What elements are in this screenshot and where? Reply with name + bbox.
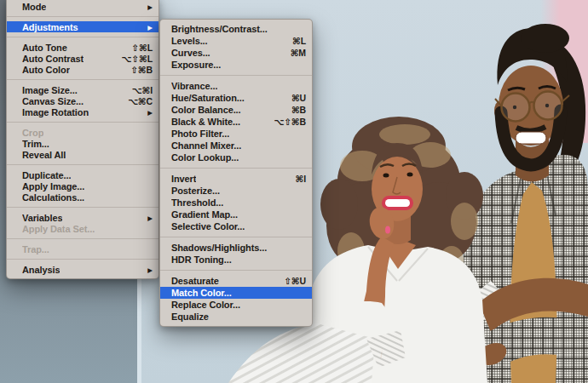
menu-item-brightness-contrast[interactable]: Brightness/Contrast... (160, 23, 312, 35)
menu-item-label: Color Balance... (171, 105, 241, 115)
menu-item-label: Gradient Map... (171, 209, 238, 220)
menu-item-shortcut: ⌘I (296, 174, 306, 184)
menu-item-threshold[interactable]: Threshold... (160, 197, 312, 209)
menu-item-hdr-toning[interactable]: HDR Toning... (160, 254, 312, 266)
menu-item-label: Auto Color (22, 65, 70, 75)
menu-item-label: Selective Color... (171, 221, 245, 232)
menu-separator (7, 207, 159, 208)
menu-separator (7, 259, 159, 260)
menu-item-match-color[interactable]: Match Color... (160, 287, 312, 299)
menu-separator (7, 164, 159, 165)
adjustments-submenu-panel: Brightness/Contrast...Levels...⌘LCurves.… (159, 19, 313, 327)
menu-item-mode[interactable]: Mode▶ (7, 1, 159, 12)
menu-separator (160, 168, 312, 169)
menu-item-apply-image[interactable]: Apply Image... (7, 180, 159, 192)
menu-item-label: Exposure... (171, 60, 221, 70)
menu-item-exposure[interactable]: Exposure... (160, 59, 312, 71)
menu-item-auto-tone[interactable]: Auto Tone⇧⌘L (7, 42, 159, 53)
submenu-arrow-icon: ▶ (147, 109, 153, 116)
menu-item-label: Equalize (171, 312, 209, 322)
menu-item-curves[interactable]: Curves...⌘M (160, 47, 312, 59)
menu-separator (160, 237, 312, 237)
menu-item-shortcut: ⇧⌘L (131, 43, 153, 53)
menu-item-auto-color[interactable]: Auto Color⇧⌘B (7, 64, 159, 75)
menu-item-label: Apply Image... (22, 181, 84, 192)
menu-item-duplicate[interactable]: Duplicate... (7, 169, 159, 180)
menu-item-canvas-size[interactable]: Canvas Size...⌥⌘C (7, 95, 159, 106)
menu-item-levels[interactable]: Levels...⌘L (160, 35, 312, 47)
menu-item-invert[interactable]: Invert⌘I (160, 173, 312, 185)
menu-item-vibrance[interactable]: Vibrance... (160, 80, 312, 92)
menu-item-label: Desaturate (171, 276, 219, 286)
menu-item-crop: Crop (7, 127, 159, 138)
menu-item-desaturate[interactable]: Desaturate⇧⌘U (160, 275, 312, 287)
menu-item-label: Trim... (22, 139, 49, 149)
menu-item-label: Vibrance... (171, 81, 217, 91)
menu-item-shortcut: ⌘B (291, 105, 306, 115)
menu-item-color-lookup[interactable]: Color Lookup... (160, 151, 312, 163)
menu-item-label: Auto Contrast (22, 54, 84, 64)
menu-item-channel-mixer[interactable]: Channel Mixer... (160, 140, 312, 151)
menu-item-hue-saturation[interactable]: Hue/Saturation...⌘U (160, 92, 312, 104)
menu-item-label: HDR Toning... (171, 254, 232, 265)
menu-item-label: Channel Mixer... (171, 140, 241, 151)
menu-item-apply-data-set: Apply Data Set... (7, 223, 159, 234)
menu-item-label: Color Lookup... (171, 152, 239, 163)
menu-item-shortcut: ⇧⌘B (130, 65, 153, 75)
menu-item-label: Auto Tone (22, 43, 67, 53)
menu-item-shortcut: ⌥⇧⌘B (274, 117, 306, 127)
menu-item-label: Invert (171, 174, 196, 184)
menu-separator (7, 122, 159, 123)
submenu-arrow-icon: ▶ (147, 3, 153, 10)
menu-item-label: Levels... (171, 36, 208, 46)
menu-item-replace-color[interactable]: Replace Color... (160, 299, 312, 311)
menu-item-label: Adjustments (22, 22, 78, 32)
menu-item-color-balance[interactable]: Color Balance...⌘B (160, 104, 312, 116)
menu-item-photo-filter[interactable]: Photo Filter... (160, 128, 312, 140)
menu-item-label: Black & White... (171, 117, 240, 127)
menu-item-calculations[interactable]: Calculations... (7, 192, 159, 203)
menu-item-label: Match Color... (171, 288, 232, 298)
screenshot-stage: Mode▶Adjustments▶Auto Tone⇧⌘LAuto Contra… (0, 0, 588, 383)
menu-item-shortcut: ⌘U (291, 93, 306, 103)
menu-item-shadows-highlights[interactable]: Shadows/Highlights... (160, 242, 312, 254)
menu-item-label: Replace Color... (171, 300, 240, 310)
menu-item-trim[interactable]: Trim... (7, 138, 159, 149)
menu-item-trap: Trap... (7, 243, 159, 254)
menu-item-variables[interactable]: Variables▶ (7, 212, 159, 223)
menu-separator (7, 16, 159, 17)
menu-item-label: Crop (22, 128, 43, 138)
menu-item-image-rotation[interactable]: Image Rotation▶ (7, 106, 159, 117)
menu-item-auto-contrast[interactable]: Auto Contrast⌥⇧⌘L (7, 53, 159, 64)
menu-item-selective-color[interactable]: Selective Color... (160, 220, 312, 232)
menu-item-label: Apply Data Set... (22, 224, 95, 234)
menu-item-label: Brightness/Contrast... (171, 24, 268, 34)
menu-item-equalize[interactable]: Equalize (160, 311, 312, 323)
menu-item-label: Variables (22, 213, 62, 223)
image-menu-panel: Mode▶Adjustments▶Auto Tone⇧⌘LAuto Contra… (6, 0, 159, 279)
menu-item-label: Curves... (171, 48, 210, 58)
menu-separator (7, 79, 159, 80)
menu-item-label: Reveal All (22, 150, 66, 160)
submenu-arrow-icon: ▶ (147, 266, 153, 273)
menu-item-shortcut: ⌥⌘C (128, 96, 153, 106)
menu-item-analysis[interactable]: Analysis▶ (7, 264, 159, 275)
menu-item-label: Canvas Size... (22, 96, 84, 106)
menu-item-reveal-all[interactable]: Reveal All (7, 149, 159, 160)
menu-item-label: Duplicate... (22, 170, 71, 180)
menu-separator (160, 270, 312, 271)
menu-item-posterize[interactable]: Posterize... (160, 185, 312, 197)
menu-item-label: Mode (22, 2, 46, 12)
menu-item-label: Posterize... (171, 186, 220, 196)
menu-item-shortcut: ⌥⌘I (132, 85, 153, 95)
menu-item-image-size[interactable]: Image Size...⌥⌘I (7, 84, 159, 95)
menu-item-shortcut: ⌘M (291, 48, 306, 58)
menu-item-label: Image Rotation (22, 107, 89, 117)
menu-item-label: Threshold... (171, 197, 223, 208)
menu-item-label: Image Size... (22, 85, 78, 95)
menu-item-label: Calculations... (22, 192, 84, 203)
menu-item-adjustments[interactable]: Adjustments▶ (7, 21, 159, 32)
menu-item-gradient-map[interactable]: Gradient Map... (160, 209, 312, 220)
menu-item-shortcut: ⌘L (292, 36, 306, 46)
menu-item-black-white[interactable]: Black & White...⌥⇧⌘B (160, 116, 312, 128)
